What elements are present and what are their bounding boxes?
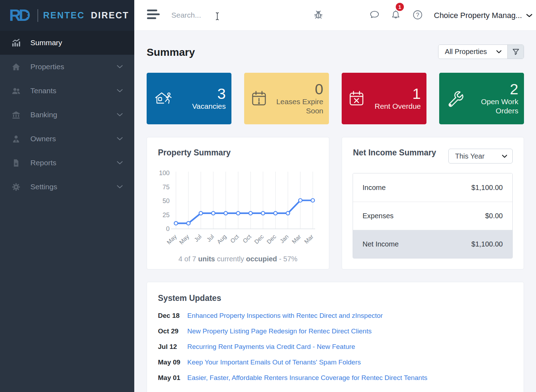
system-updates-title: System Updates <box>158 293 221 303</box>
filter-button[interactable] <box>507 45 524 59</box>
chevron-down-icon <box>117 185 123 189</box>
svg-text:Dec: Dec <box>265 233 277 245</box>
property-filter-select[interactable]: All Properties <box>438 45 507 59</box>
row-label: Expenses <box>363 212 394 220</box>
update-link[interactable]: Recurring Rent Payments via Credit Card … <box>187 343 355 351</box>
sidebar-item-reports[interactable]: Reports <box>0 151 134 175</box>
chevron-down-icon <box>502 154 507 158</box>
net-income-table: Income$1,100.00Expenses$0.00Net Income$1… <box>353 173 513 259</box>
update-row: Dec 18Enhanced Property Inspections with… <box>158 312 513 327</box>
property-filter-group: All Properties <box>438 44 524 59</box>
svg-text:75: 75 <box>163 184 170 191</box>
svg-text:50: 50 <box>163 197 170 204</box>
hamburger-menu-icon[interactable] <box>147 10 160 21</box>
net-income-title: Net Income Summary <box>353 148 436 158</box>
vacancy-icon <box>153 89 174 108</box>
sidebar-item-settings[interactable]: Settings <box>0 175 134 199</box>
sidebar-item-label: Summary <box>30 38 62 47</box>
funnel-icon <box>512 48 520 56</box>
notification-badge[interactable]: 1 <box>396 3 404 11</box>
svg-text:Jul: Jul <box>193 233 203 243</box>
brand-name-secondary: DIRECT <box>91 10 129 20</box>
stat-card-rent-overdue[interactable]: 1Rent Overdue <box>342 73 426 124</box>
period-select[interactable]: This Year <box>448 149 513 164</box>
row-label: Income <box>363 184 386 192</box>
net-income-row-net-income: Net Income$1,100.00 <box>353 230 512 258</box>
text-cursor-pointer <box>215 12 220 20</box>
property-filter-value: All Properties <box>445 48 487 56</box>
update-link[interactable]: Enhanced Property Inspections with Rente… <box>187 312 383 320</box>
svg-text:Jul: Jul <box>205 233 215 243</box>
svg-text:Jan: Jan <box>278 233 290 244</box>
logo-divider <box>37 9 38 22</box>
svg-text:Oct: Oct <box>241 233 252 244</box>
stat-value: 0 <box>263 81 323 97</box>
chevron-down-icon <box>526 13 532 18</box>
svg-text:Dec: Dec <box>253 233 265 245</box>
home-icon <box>11 62 21 72</box>
chat-icon[interactable] <box>369 9 380 20</box>
person-tie-icon <box>11 134 21 144</box>
period-value: This Year <box>455 152 484 160</box>
system-updates-list: Dec 18Enhanced Property Inspections with… <box>158 312 513 390</box>
gear-icon <box>11 182 21 192</box>
stat-label: Vacancies <box>192 102 226 111</box>
sidebar-item-label: Settings <box>30 183 57 191</box>
account-menu[interactable]: Choice Property Manag... <box>434 0 532 31</box>
net-income-row-expenses: Expenses$0.00 <box>353 202 512 230</box>
occupancy-note: 4 of 7 units currently occupied - 57% <box>147 255 329 263</box>
update-date: May 09 <box>158 358 187 366</box>
update-link[interactable]: Keep Your Important Emails Out of Tenant… <box>187 358 361 366</box>
stat-value: 2 <box>458 81 518 97</box>
search-input[interactable] <box>171 9 252 21</box>
app-logo[interactable]: R D RENTEC DIRECT <box>0 0 134 31</box>
chevron-down-icon <box>117 161 123 165</box>
sidebar-item-summary[interactable]: Summary <box>0 31 134 55</box>
stat-card-vacancies[interactable]: 3Vacancies <box>147 73 231 124</box>
brand-mark-icon: R D <box>9 7 34 24</box>
document-icon <box>11 158 21 168</box>
stat-card-open-work-orders[interactable]: 2Open Work Orders <box>439 73 524 124</box>
stat-cards-row: 3Vacancies0Leases Expire Soon1Rent Overd… <box>147 73 524 124</box>
stat-value: 1 <box>375 86 421 102</box>
svg-text:100: 100 <box>159 170 170 177</box>
chevron-down-icon <box>117 137 123 141</box>
people-icon <box>11 86 21 96</box>
brand-wordmark: RENTEC DIRECT <box>43 10 129 20</box>
top-bar: 1 ? Choice Property Manag... <box>134 0 536 31</box>
update-link[interactable]: New Property Listing Page Redesign for R… <box>187 327 372 335</box>
bar-chart-icon <box>11 38 21 48</box>
sidebar-item-owners[interactable]: Owners <box>0 127 134 151</box>
svg-text:May: May <box>178 233 190 245</box>
update-date: Dec 18 <box>158 312 187 320</box>
sidebar-item-tenants[interactable]: Tenants <box>0 79 134 103</box>
occupancy-chart: 0255075100MayMayJulJulAugOctOctDecDecJan… <box>155 168 322 249</box>
sidebar-item-label: Owners <box>30 135 56 143</box>
stat-value: 3 <box>192 86 226 102</box>
stat-card-leases-expire-soon[interactable]: 0Leases Expire Soon <box>244 73 329 124</box>
account-name: Choice Property Manag... <box>434 11 522 20</box>
svg-text:Mar: Mar <box>290 233 302 245</box>
property-summary-panel: Property Summary 0255075100MayMayJulJulA… <box>147 137 329 269</box>
chevron-down-icon <box>117 89 123 93</box>
sidebar-item-banking[interactable]: Banking <box>0 103 134 127</box>
update-row: May 09Keep Your Important Emails Out of … <box>158 358 513 374</box>
chevron-down-icon <box>117 113 123 117</box>
property-summary-title: Property Summary <box>158 148 231 158</box>
help-icon[interactable]: ? <box>412 9 423 20</box>
svg-text:Oct: Oct <box>229 233 240 244</box>
calendar-x-icon <box>348 90 365 107</box>
main-content: Summary All Properties 3Vacancies0Leases… <box>134 31 536 392</box>
chevron-down-icon <box>496 50 502 54</box>
bank-icon <box>11 110 21 120</box>
stat-label: Rent Overdue <box>375 102 421 111</box>
sidebar-item-properties[interactable]: Properties <box>0 55 134 79</box>
sidebar-item-label: Properties <box>30 63 64 71</box>
update-link[interactable]: Easier, Faster, Affordable Renters Insur… <box>187 374 427 382</box>
bug-report-icon[interactable] <box>313 9 324 20</box>
update-row: May 01Easier, Faster, Affordable Renters… <box>158 374 513 390</box>
page-header: Summary All Properties <box>147 43 524 62</box>
row-value: $1,100.00 <box>471 240 503 248</box>
stat-label: Open Work Orders <box>458 97 518 116</box>
system-updates-panel: System Updates Dec 18Enhanced Property I… <box>147 282 524 392</box>
